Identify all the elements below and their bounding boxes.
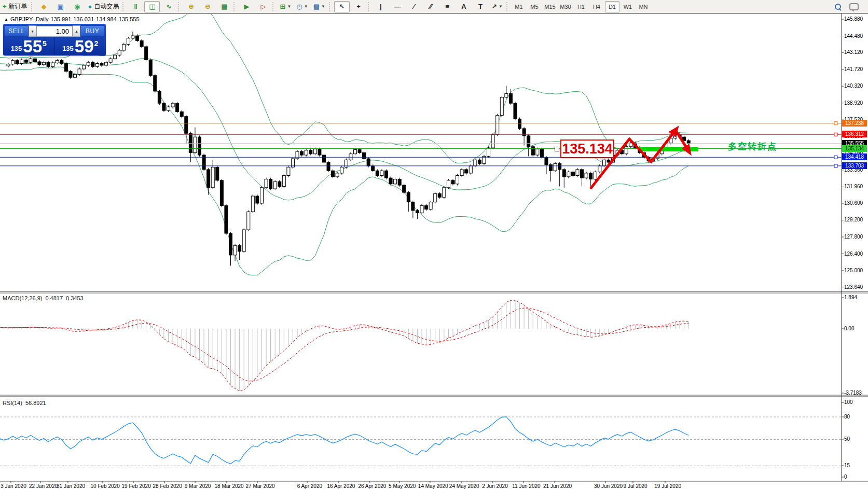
candle-body — [460, 170, 463, 176]
rsi-axis-label: 50 — [844, 436, 850, 442]
candle-body — [122, 44, 126, 50]
candle-body — [305, 150, 308, 155]
collapse-panel-icon[interactable]: ▲ — [4, 17, 8, 22]
time-axis-label[interactable]: 11 Jun 2020 — [512, 483, 540, 489]
candle-body — [571, 172, 574, 176]
candle-body — [313, 149, 316, 153]
candle-body — [16, 61, 19, 64]
chart-canvas[interactable] — [0, 0, 868, 489]
time-axis-label[interactable]: 26 Apr 2020 — [358, 483, 386, 489]
candle-body — [225, 206, 228, 233]
candle-body — [33, 59, 36, 62]
candle-body — [443, 188, 446, 198]
candle-body — [500, 97, 503, 116]
candle-body — [180, 111, 183, 116]
candle-body — [367, 159, 370, 166]
time-axis-label[interactable]: 16 Apr 2020 — [327, 483, 355, 489]
candle-body — [238, 245, 241, 252]
macd-axis-label: 0.00 — [844, 326, 854, 331]
symbol-period-label: GBPJPY-,Daily — [10, 16, 49, 22]
macd-pane[interactable] — [0, 300, 688, 391]
candle-body — [562, 170, 566, 177]
time-axis-label[interactable]: 2 Jun 2020 — [482, 483, 508, 489]
time-axis-label[interactable]: 3 Jan 2020 — [1, 483, 26, 489]
line-drag-handle[interactable] — [834, 164, 837, 167]
candle-body — [127, 38, 130, 45]
candle-body — [594, 172, 597, 179]
rsi-axis-label: 80 — [844, 414, 850, 420]
candle-body — [287, 167, 290, 175]
buy-price-quote[interactable]: 135 59 2 — [55, 37, 106, 55]
turning-point-annotation[interactable]: 多空转折点 — [728, 141, 777, 152]
price-line-axis-label[interactable]: 134.418 — [842, 153, 867, 160]
price-axis-tick-label: 143.120 — [844, 49, 863, 55]
candle-body — [194, 137, 197, 152]
candle-body — [242, 230, 245, 252]
time-axis-label[interactable]: 22 Jan 2020 — [29, 483, 58, 489]
time-axis-label[interactable]: 5 May 2020 — [389, 483, 416, 489]
time-axis-label[interactable]: 24 May 2020 — [449, 483, 479, 489]
candle-body — [425, 206, 428, 209]
line-drag-handle[interactable] — [834, 156, 837, 159]
candle-body — [87, 62, 90, 65]
candle-body — [469, 166, 472, 173]
rsi-axis-label: 0 — [844, 474, 847, 480]
time-axis-label[interactable]: 28 Feb 2020 — [153, 483, 182, 489]
candle-body — [340, 167, 343, 173]
time-axis-label[interactable]: 27 Mar 2020 — [246, 483, 275, 489]
candle-body — [456, 176, 459, 184]
time-axis-label[interactable]: 9 Jul 2020 — [624, 483, 647, 489]
time-axis-label[interactable]: 9 Mar 2020 — [185, 483, 211, 489]
price-callout-anchor-handle[interactable] — [555, 147, 559, 151]
time-axis-label[interactable]: 14 May 2020 — [418, 483, 448, 489]
candle-body — [29, 59, 32, 62]
candle-body — [327, 162, 330, 171]
candle-body — [78, 69, 81, 74]
time-axis-label[interactable]: 6 Apr 2020 — [297, 483, 322, 489]
time-axis-label[interactable]: 30 Jun 2020 — [594, 483, 623, 489]
time-axis-label[interactable]: 19 Feb 2020 — [122, 483, 151, 489]
time-axis-label[interactable]: 31 Jan 2020 — [57, 483, 85, 489]
candle-body — [581, 170, 584, 178]
price-line-axis-label[interactable]: 133.703 — [842, 162, 867, 169]
candle-body — [358, 150, 361, 153]
sell-price-quote[interactable]: 135 55 5 — [3, 37, 55, 55]
time-axis-label[interactable]: 21 Jun 2020 — [543, 483, 572, 489]
candle-body — [220, 180, 223, 206]
price-axis-tick-label: 138.920 — [844, 100, 863, 106]
time-axis-label[interactable]: 18 Mar 2020 — [215, 483, 244, 489]
rsi-pane[interactable] — [0, 417, 842, 466]
price-axis-tick-label: 145.880 — [844, 16, 863, 22]
turning-zone-bar[interactable] — [639, 147, 698, 151]
price-axis-tick-label: 125.000 — [844, 268, 863, 273]
line-drag-handle[interactable] — [834, 122, 837, 125]
candle-body — [64, 63, 67, 71]
candle-body — [176, 103, 179, 111]
candle-body — [162, 103, 166, 110]
buy-button[interactable]: BUY — [80, 25, 104, 37]
candle-body — [229, 233, 232, 255]
time-axis-label[interactable]: 19 Jul 2020 — [654, 483, 681, 489]
volume-increase-button[interactable]: ▲ — [73, 25, 80, 37]
price-line-axis-label[interactable]: 135.134 — [842, 145, 867, 152]
volume-input[interactable] — [36, 26, 73, 37]
candle-body — [349, 154, 352, 160]
candle-body — [309, 150, 312, 154]
time-axis-label[interactable]: 10 Feb 2020 — [91, 483, 120, 489]
candle-body — [598, 166, 601, 172]
price-axis-tick-label: 131.960 — [844, 184, 863, 189]
sell-button[interactable]: SELL — [5, 25, 29, 37]
buy-price-point: 2 — [94, 39, 99, 48]
macd-signal-line — [0, 300, 688, 391]
rsi-value: 56.8921 — [25, 400, 46, 406]
candle-body — [389, 178, 392, 184]
price-axis-tick-label: 141.720 — [844, 66, 863, 72]
candle-body — [576, 170, 579, 176]
candle-body — [256, 196, 259, 203]
price-line-axis-label[interactable]: 136.312 — [842, 131, 867, 137]
volume-decrease-button[interactable]: ▼ — [29, 25, 36, 37]
price-callout-label[interactable]: 135.134 — [560, 139, 614, 158]
price-line-axis-label[interactable]: 137.238 — [842, 120, 867, 127]
line-drag-handle[interactable] — [834, 133, 837, 136]
candle-body — [136, 36, 139, 40]
